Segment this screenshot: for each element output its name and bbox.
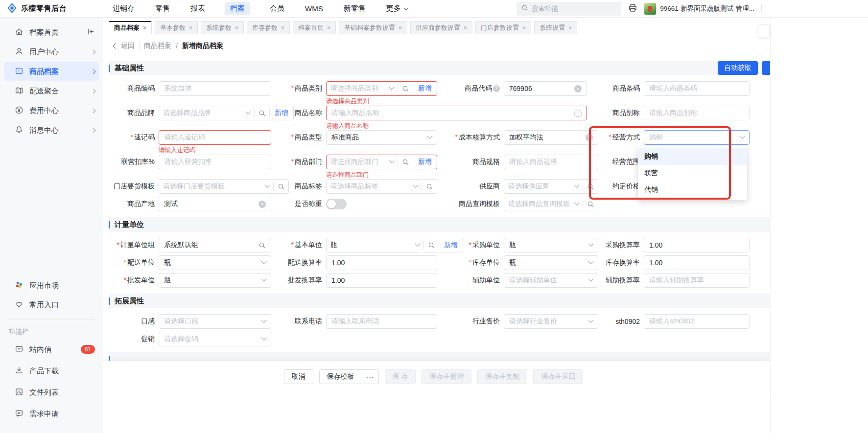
- add-brand-link[interactable]: 新增: [270, 109, 293, 117]
- sidebar-item-delivery-aggregation[interactable]: 配送聚合: [0, 81, 103, 101]
- account-menu[interactable]: 99661-新界面果蔬版测试-管理...: [644, 3, 754, 15]
- tab-system-settings[interactable]: 系统设置×: [534, 21, 577, 34]
- sidebar-item-inbox[interactable]: 站内信 61: [0, 339, 103, 360]
- nav-item-archive[interactable]: 档案: [225, 2, 250, 15]
- taste-select[interactable]: 请选择口感: [159, 314, 271, 329]
- search-icon[interactable]: [255, 110, 269, 117]
- tab-store-settings[interactable]: 门店参数设置×: [475, 21, 531, 34]
- cancel-button[interactable]: 取消: [284, 369, 313, 384]
- delivery-unit-select[interactable]: 瓶: [159, 255, 271, 270]
- aux-unit-select[interactable]: 请选择辅助单位: [504, 273, 598, 288]
- sidebar-item-user-center[interactable]: 用户中心: [0, 42, 103, 62]
- breadcrumb-parent[interactable]: 商品档案: [144, 42, 171, 50]
- search-icon[interactable]: [258, 242, 266, 249]
- close-icon[interactable]: ×: [143, 24, 146, 31]
- stock-rate-input[interactable]: 1.00: [644, 255, 750, 270]
- nav-item-member[interactable]: 会员: [269, 2, 285, 15]
- promo-select[interactable]: 请选择促销: [159, 332, 271, 346]
- auto-fetch-button[interactable]: 自动获取: [718, 61, 758, 75]
- sp-cat-select-group[interactable]: 请选择商品类别 新增: [326, 81, 437, 96]
- sidebar-item-request[interactable]: 需求申请: [0, 403, 103, 425]
- nav-item-reports[interactable]: 报表: [189, 2, 206, 15]
- dept-select-group[interactable]: 请选择商品部门 新增: [326, 155, 437, 169]
- aux-rate-input[interactable]: 请输入辅助换算率: [644, 273, 750, 288]
- partial-button[interactable]: [762, 61, 770, 75]
- tab-basic-params[interactable]: 基本参数×: [155, 21, 198, 34]
- sidebar-item-favorites[interactable]: 常用入口: [0, 295, 103, 315]
- purchase-rate-input[interactable]: 1.00: [644, 238, 750, 252]
- store-tpl-select-group[interactable]: 请选择门店要货模板: [159, 179, 289, 194]
- sidebar-item-goods-archive[interactable]: 商品档案: [4, 62, 99, 81]
- ly-rate-input[interactable]: 请输入联营扣率: [159, 155, 271, 169]
- delivery-rate-input[interactable]: 1.00: [326, 255, 437, 270]
- tab-overflow-button[interactable]: [758, 24, 770, 37]
- tab-basic-archive-settings[interactable]: 基础档案参数设置×: [339, 21, 407, 34]
- nav-item-new-retail[interactable]: 新零售: [343, 2, 367, 15]
- search-icon[interactable]: [583, 201, 598, 208]
- sidebar-item-message-center[interactable]: 消息中心: [0, 120, 103, 140]
- search-input[interactable]: 搜索功能: [516, 2, 621, 16]
- more-actions-button[interactable]: ···: [362, 369, 379, 384]
- close-icon[interactable]: ×: [189, 24, 192, 31]
- sp-alias-input[interactable]: 请输入商品别称: [644, 106, 750, 120]
- sidebar-item-expense-center[interactable]: 费用中心: [0, 101, 103, 120]
- nav-item-wms[interactable]: WMS: [304, 2, 324, 15]
- search-icon[interactable]: [583, 183, 598, 190]
- tab-goods-archive[interactable]: 商品档案×: [109, 21, 152, 34]
- clear-icon[interactable]: ×: [574, 85, 582, 92]
- close-icon[interactable]: ×: [235, 24, 238, 31]
- collapse-sidebar-icon[interactable]: [87, 27, 95, 37]
- printer-icon[interactable]: [628, 3, 637, 14]
- nav-item-inventory[interactable]: 进销存: [112, 2, 136, 15]
- search-icon[interactable]: [422, 183, 437, 190]
- cost-method-input[interactable]: 加权平均法?: [504, 130, 598, 145]
- dropdown-option-consignment[interactable]: 代销: [638, 182, 747, 198]
- add-dept-link[interactable]: 新增: [413, 158, 437, 166]
- sidebar-item-file-list[interactable]: 文件列表: [0, 382, 103, 403]
- purchase-unit-select[interactable]: 瓶: [504, 238, 598, 252]
- close-icon[interactable]: ×: [327, 24, 330, 31]
- save-and-return-button[interactable]: 保存并返回: [533, 369, 583, 384]
- sp-name-input[interactable]: 请输入商品名称i: [326, 106, 587, 120]
- back-link[interactable]: 返回: [121, 42, 135, 50]
- biz-mode-select[interactable]: 购销: [644, 130, 750, 145]
- save-and-new-button[interactable]: 保存并新增: [422, 369, 471, 384]
- close-icon[interactable]: ×: [464, 24, 467, 31]
- add-category-link[interactable]: 新增: [413, 84, 437, 93]
- sidebar-item-app-market[interactable]: 应用市场: [0, 275, 103, 295]
- sp-code-input[interactable]: 系统自增: [159, 81, 271, 96]
- base-unit-select-group[interactable]: 瓶 新增: [326, 238, 463, 252]
- wholesale-rate-input[interactable]: 1.00: [326, 273, 437, 288]
- tag-select-group[interactable]: 请选择商品标签: [326, 179, 437, 194]
- sidebar-item-product-download[interactable]: 产品下载: [0, 360, 103, 382]
- unit-group-input[interactable]: 系统默认组: [159, 238, 271, 252]
- wholesale-unit-select[interactable]: 瓶: [159, 273, 271, 288]
- close-icon[interactable]: ×: [568, 24, 572, 31]
- nav-item-retail[interactable]: 零售: [154, 2, 171, 15]
- origin-input[interactable]: 测试×: [159, 197, 271, 211]
- save-button[interactable]: 保 存: [385, 369, 416, 384]
- dropdown-option-joint-operation[interactable]: 联营: [638, 165, 747, 182]
- save-and-copy-button[interactable]: 保存并复制: [477, 369, 527, 384]
- brand[interactable]: 乐檬零售后台: [7, 3, 67, 15]
- stock-unit-select[interactable]: 瓶: [504, 255, 598, 270]
- search-icon[interactable]: [424, 242, 439, 249]
- search-icon[interactable]: [398, 159, 413, 166]
- sth0902-input[interactable]: 请输入sth0902: [644, 314, 750, 329]
- supplier-select-group[interactable]: 请选择供应商: [504, 179, 598, 194]
- clear-icon[interactable]: ×: [258, 201, 266, 208]
- nav-item-more[interactable]: 更多: [385, 2, 408, 15]
- query-tpl-select-group[interactable]: 请选择商品查询模板: [504, 197, 598, 211]
- add-unit-link[interactable]: 新增: [439, 241, 463, 250]
- sidebar-item-archive-home[interactable]: 档案首页: [0, 23, 103, 42]
- back-icon[interactable]: [113, 43, 118, 48]
- search-icon[interactable]: [274, 183, 288, 190]
- spec-input[interactable]: 请输入商品规格: [504, 155, 598, 169]
- phone-input[interactable]: 请输入联系电话: [326, 314, 437, 329]
- tab-archive-home[interactable]: 档案首页×: [293, 21, 336, 34]
- industry-price-select[interactable]: 请选择行业售价: [504, 314, 598, 329]
- sp-brand-select-group[interactable]: 请选择商品品牌 新增: [159, 106, 294, 120]
- sjm-input[interactable]: 请输入速记码: [159, 130, 271, 145]
- tab-supplier-settings[interactable]: 供应商参数设置×: [410, 21, 472, 34]
- save-template-button[interactable]: 保存模板: [319, 369, 362, 384]
